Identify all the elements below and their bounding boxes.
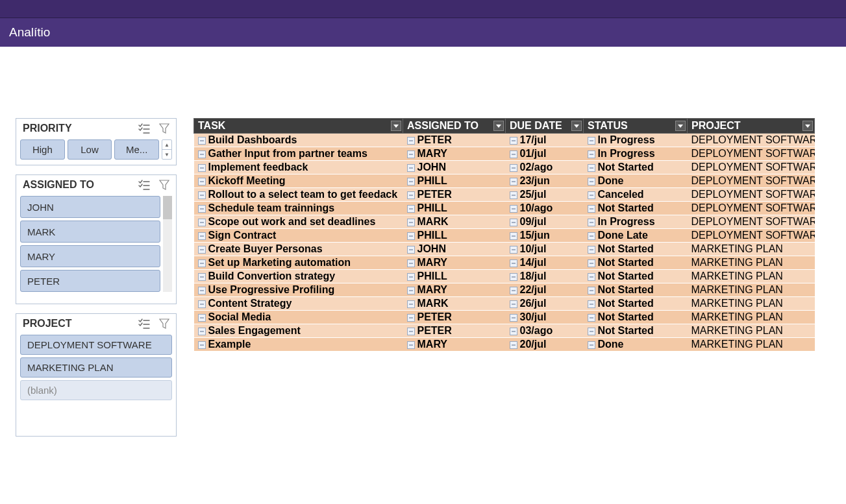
collapse-icon[interactable] (510, 341, 517, 349)
slicer-item-high[interactable]: High (20, 139, 65, 160)
column-header-project[interactable]: PROJECT (688, 119, 815, 134)
collapse-icon[interactable] (588, 178, 595, 186)
table-row[interactable]: Build DashboardsPETER17/julIn ProgressDE… (194, 134, 815, 147)
filter-dropdown-icon[interactable] (571, 121, 582, 131)
collapse-icon[interactable] (510, 178, 517, 186)
collapse-icon[interactable] (407, 137, 415, 145)
column-header-task[interactable]: TASK (194, 119, 403, 134)
table-row[interactable]: Build Convertion strategyPHILL18/julNot … (194, 270, 815, 283)
table-row[interactable]: Set up Marketing automationMARY14/julNot… (194, 256, 815, 270)
collapse-icon[interactable] (510, 273, 517, 281)
filter-dropdown-icon[interactable] (493, 121, 504, 131)
table-row[interactable]: Create Buyer PersonasJOHN10/julNot Start… (194, 243, 815, 256)
filter-dropdown-icon[interactable] (675, 121, 686, 131)
collapse-icon[interactable] (407, 219, 415, 226)
collapse-icon[interactable] (198, 328, 206, 335)
collapse-icon[interactable] (407, 341, 415, 349)
collapse-icon[interactable] (510, 259, 517, 267)
collapse-icon[interactable] (198, 314, 206, 322)
filter-dropdown-icon[interactable] (391, 121, 401, 131)
collapse-icon[interactable] (510, 328, 517, 335)
scrollbar-thumb[interactable] (163, 196, 172, 219)
collapse-icon[interactable] (407, 314, 415, 322)
collapse-icon[interactable] (407, 328, 415, 335)
table-row[interactable]: Sign ContractPHILL15/junDone LateDEPLOYM… (194, 229, 815, 243)
slicer-scrollbar[interactable] (163, 196, 172, 292)
column-header-due[interactable]: DUE DATE (506, 119, 584, 134)
collapse-icon[interactable] (407, 191, 415, 199)
collapse-icon[interactable] (588, 232, 595, 240)
collapse-icon[interactable] (588, 205, 595, 213)
collapse-icon[interactable] (510, 314, 517, 322)
slicer-scroll-spinner[interactable]: ▲ ▼ (162, 139, 172, 160)
column-header-assigned[interactable]: ASSIGNED TO (403, 119, 506, 134)
collapse-icon[interactable] (198, 232, 206, 240)
spinner-down-icon[interactable]: ▼ (162, 150, 171, 159)
table-row[interactable]: Gather Input from partner teamsMARY01/ju… (194, 147, 815, 161)
collapse-icon[interactable] (198, 259, 206, 267)
collapse-icon[interactable] (588, 219, 595, 226)
collapse-icon[interactable] (407, 273, 415, 281)
collapse-icon[interactable] (198, 178, 206, 186)
slicer-item-deployment[interactable]: DEPLOYMENT SOFTWARE (20, 335, 172, 355)
collapse-icon[interactable] (588, 341, 595, 349)
table-row[interactable]: Schedule team trainningsPHILL10/agoNot S… (194, 202, 815, 215)
collapse-icon[interactable] (407, 300, 415, 308)
collapse-icon[interactable] (510, 300, 517, 308)
collapse-icon[interactable] (407, 205, 415, 213)
slicer-item-marketing[interactable]: MARKETING PLAN (20, 357, 172, 378)
slicer-item-mark[interactable]: MARK (20, 221, 160, 243)
table-row[interactable]: Use Progressive ProfilingMARY22/julNot S… (194, 283, 815, 297)
collapse-icon[interactable] (588, 259, 595, 267)
collapse-icon[interactable] (198, 205, 206, 213)
table-row[interactable]: Sales EngagementPETER03/agoNot StartedMA… (194, 324, 815, 338)
slicer-item-low[interactable]: Low (68, 139, 112, 160)
collapse-icon[interactable] (407, 178, 415, 186)
table-row[interactable]: Social MediaPETER30/julNot StartedMARKET… (194, 311, 815, 324)
multiselect-icon[interactable] (138, 318, 150, 329)
clear-filter-icon[interactable] (159, 123, 169, 134)
collapse-icon[interactable] (588, 300, 595, 308)
filter-dropdown-icon[interactable] (802, 121, 813, 131)
multiselect-icon[interactable] (138, 180, 150, 190)
collapse-icon[interactable] (588, 137, 595, 145)
collapse-icon[interactable] (510, 137, 517, 145)
collapse-icon[interactable] (407, 150, 415, 158)
collapse-icon[interactable] (198, 191, 206, 199)
collapse-icon[interactable] (198, 246, 206, 254)
collapse-icon[interactable] (588, 314, 595, 322)
slicer-item-mary[interactable]: MARY (20, 245, 160, 267)
collapse-icon[interactable] (198, 273, 206, 281)
clear-filter-icon[interactable] (159, 318, 169, 329)
multiselect-icon[interactable] (138, 123, 150, 134)
table-row[interactable]: Implement feedbackJOHN02/agoNot StartedD… (194, 161, 815, 174)
collapse-icon[interactable] (198, 150, 206, 158)
collapse-icon[interactable] (407, 287, 415, 294)
table-row[interactable]: Scope out work and set deadlinesMARK09/j… (194, 215, 815, 229)
collapse-icon[interactable] (510, 246, 517, 254)
collapse-icon[interactable] (198, 219, 206, 226)
collapse-icon[interactable] (588, 246, 595, 254)
collapse-icon[interactable] (588, 287, 595, 294)
table-row[interactable]: Kickoff MeetingPHILL23/junDoneDEPLOYMENT… (194, 174, 815, 188)
collapse-icon[interactable] (588, 191, 595, 199)
clear-filter-icon[interactable] (159, 180, 169, 190)
collapse-icon[interactable] (198, 341, 206, 349)
slicer-item-medium[interactable]: Me... (114, 139, 159, 160)
collapse-icon[interactable] (198, 164, 206, 172)
collapse-icon[interactable] (510, 287, 517, 294)
slicer-item-john[interactable]: JOHN (20, 196, 160, 218)
collapse-icon[interactable] (588, 328, 595, 335)
table-row[interactable]: Content StrategyMARK26/julNot StartedMAR… (194, 297, 815, 311)
collapse-icon[interactable] (407, 232, 415, 240)
collapse-icon[interactable] (407, 259, 415, 267)
collapse-icon[interactable] (588, 150, 595, 158)
spinner-up-icon[interactable]: ▲ (162, 140, 171, 150)
table-row[interactable]: Rollout to a select team to get feedackP… (194, 188, 815, 202)
collapse-icon[interactable] (510, 219, 517, 226)
collapse-icon[interactable] (198, 300, 206, 308)
collapse-icon[interactable] (510, 191, 517, 199)
collapse-icon[interactable] (198, 287, 206, 294)
collapse-icon[interactable] (588, 273, 595, 281)
collapse-icon[interactable] (407, 164, 415, 172)
